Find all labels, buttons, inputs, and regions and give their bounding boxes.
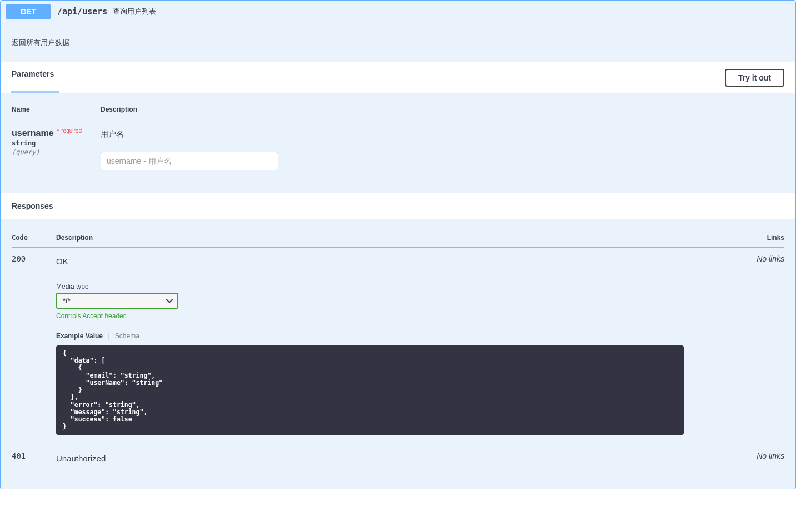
table-row: 200 OK Media type */* Controls Ac [12, 248, 784, 445]
resp-desc: Unauthorized [56, 454, 729, 463]
responses-header: Responses [1, 193, 795, 219]
resp-col-code: Code [12, 228, 56, 248]
responses-body: Code Description Links 200 OK Media type… [1, 219, 795, 489]
resp-links: No links [729, 248, 784, 445]
param-type: string [12, 139, 101, 147]
parameters-header: Parameters Try it out [1, 62, 795, 93]
endpoint-title: 查询用户列表 [113, 7, 156, 17]
resp-code: 200 [12, 248, 56, 445]
resp-code: 401 [12, 445, 56, 473]
example-schema-tabs: Example Value | Schema [56, 332, 729, 340]
required-label: required [61, 128, 82, 134]
opblock-summary[interactable]: GET /api/users 查询用户列表 [1, 1, 795, 23]
endpoint-path: /api/users [57, 7, 107, 17]
parameters-table: Name Description username * required str… [12, 100, 784, 170]
parameters-body: Name Description username * required str… [1, 93, 795, 193]
param-col-description: Description [101, 100, 784, 119]
resp-col-description: Description [56, 228, 729, 248]
param-in: (query) [12, 148, 101, 156]
method-badge: GET [6, 4, 51, 19]
table-row: 401 Unauthorized No links [12, 445, 784, 473]
resp-desc: OK [56, 257, 729, 266]
param-desc: 用户名 [101, 129, 784, 139]
accept-header-note: Controls Accept header. [56, 312, 729, 320]
username-input[interactable] [101, 152, 278, 170]
media-type-label: Media type [56, 283, 729, 290]
try-it-out-button[interactable]: Try it out [725, 69, 784, 87]
responses-table: Code Description Links 200 OK Media type… [12, 228, 784, 473]
resp-col-links: Links [729, 228, 784, 248]
tab-example-value[interactable]: Example Value [56, 332, 103, 340]
media-type-select[interactable]: */* [56, 293, 178, 309]
endpoint-description: 返回所有用户数据 [1, 23, 795, 62]
example-code-block[interactable]: { "data": [ { "email": "string", "userNa… [56, 345, 684, 435]
opblock-get: GET /api/users 查询用户列表 返回所有用户数据 Parameter… [0, 0, 796, 489]
media-type-select-wrap: */* [56, 293, 178, 309]
table-row: username * required string (query) 用户名 [12, 119, 784, 171]
tab-separator: | [108, 332, 109, 340]
param-col-name: Name [12, 100, 101, 119]
resp-links: No links [729, 445, 784, 473]
parameters-heading: Parameters [12, 69, 54, 86]
required-star: * [56, 128, 59, 134]
tab-schema[interactable]: Schema [115, 332, 139, 340]
param-name: username [12, 128, 54, 138]
responses-heading: Responses [12, 202, 784, 210]
